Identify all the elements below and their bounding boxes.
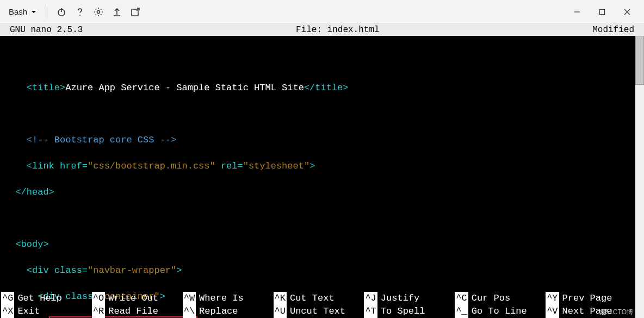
cloud-shell-toolbar: Bash <box>0 0 644 24</box>
help-item: ^CCur Pos <box>454 292 544 305</box>
watermark: @51CTO博 <box>599 308 633 317</box>
nano-status-bar: GNU nano 2.5.3 File: index.html Modified <box>0 24 644 36</box>
help-item: ^UUncut Text <box>273 305 363 318</box>
minimize-button[interactable] <box>565 3 590 21</box>
chevron-down-icon <box>30 9 37 15</box>
settings-button[interactable] <box>90 3 107 21</box>
code-line <box>4 108 640 121</box>
code-line <box>4 212 640 225</box>
help-item: ^XExit <box>0 305 91 318</box>
nano-file-label: File: index.html <box>83 25 592 35</box>
code-line: <body> <box>4 238 640 251</box>
code-line: <!-- Bootstrap core CSS --> <box>4 134 640 147</box>
new-session-button[interactable] <box>127 3 144 21</box>
nano-help-bar: ^GGet Help ^OWrite Out ^WWhere Is ^KCut … <box>0 292 635 318</box>
help-item: ^OWrite Out <box>91 292 182 305</box>
upload-button[interactable] <box>108 3 126 21</box>
maximize-button[interactable] <box>590 3 615 21</box>
separator <box>47 6 47 18</box>
close-icon <box>623 8 631 16</box>
help-item: ^\Replace <box>182 305 273 318</box>
help-item: ^_Go To Line <box>454 305 544 318</box>
nano-modified-label: Modified <box>592 25 634 35</box>
scrollbar-thumb[interactable] <box>635 36 644 85</box>
code-line: </head> <box>4 186 640 199</box>
svg-point-3 <box>97 10 100 13</box>
gear-icon <box>94 7 103 17</box>
help-item: ^YPrev Page <box>544 292 635 305</box>
help-icon <box>75 7 85 17</box>
svg-rect-6 <box>600 9 605 14</box>
close-button[interactable] <box>615 3 640 21</box>
shell-selector[interactable]: Bash <box>4 5 41 18</box>
help-item: ^JJustify <box>363 292 454 305</box>
help-item: ^TTo Spell <box>363 305 454 318</box>
help-item: ^RRead File <box>91 305 182 318</box>
code-line: <title>Azure App Service - Sample Static… <box>4 82 640 95</box>
nano-app-label: GNU nano 2.5.3 <box>10 25 83 35</box>
code-line: <link href="css/bootstrap.min.css" rel="… <box>4 160 640 173</box>
help-button[interactable] <box>71 3 89 21</box>
code-line: <div class="navbar-wrapper"> <box>4 264 640 277</box>
new-window-icon <box>131 7 140 17</box>
help-item: ^KCut Text <box>273 292 363 305</box>
shell-label: Bash <box>9 7 27 16</box>
help-item: ^WWhere Is <box>182 292 273 305</box>
restart-button[interactable] <box>53 3 70 21</box>
power-icon <box>57 7 66 17</box>
help-item: ^GGet Help <box>0 292 91 305</box>
upload-icon <box>112 7 122 17</box>
window-controls <box>565 3 640 21</box>
svg-point-2 <box>79 15 81 16</box>
maximize-icon <box>598 8 606 16</box>
minimize-icon <box>573 8 581 16</box>
editor-area[interactable]: <title>Azure App Service - Sample Static… <box>0 36 644 318</box>
